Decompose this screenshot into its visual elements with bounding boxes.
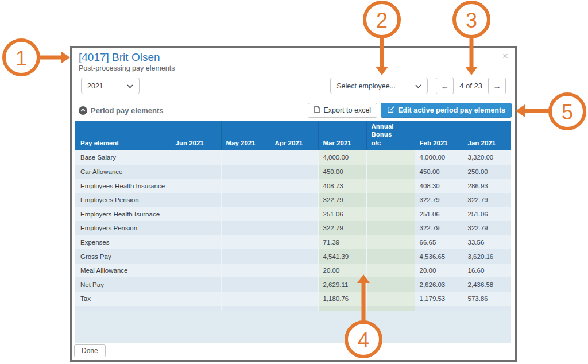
pay-element-value: 16.60: [463, 264, 511, 278]
pay-element-value: [366, 277, 415, 292]
pay-element-value: [171, 207, 221, 222]
table-row: Car Allowance450.00450.00250.00: [75, 165, 511, 179]
done-button[interactable]: Done: [74, 344, 106, 357]
pay-element-label: Employers Health Isurnace: [75, 207, 171, 222]
pay-element-value: [366, 221, 415, 235]
pay-element-value: 573.86: [463, 292, 511, 306]
pay-element-value: 4,000.00: [415, 150, 463, 165]
pay-element-label: Expenses: [75, 235, 171, 250]
column-header: Jan 2021: [463, 121, 511, 150]
pay-element-value: [270, 150, 318, 165]
pay-element-value: 3,320.00: [463, 150, 511, 165]
edit-button-label: Edit active period pay elements: [398, 106, 505, 114]
column-header: May 2021: [221, 121, 270, 150]
pay-element-value: [366, 292, 415, 306]
section-header[interactable]: Period pay elements: [79, 106, 163, 115]
pay-element-value: [270, 292, 318, 306]
pay-element-label: Car Allowance: [75, 165, 171, 179]
pay-element-value: [221, 235, 270, 250]
column-header: Annual Bonus o/c: [366, 121, 415, 150]
pay-element-value: 20.00: [318, 264, 366, 278]
table-header-row: Pay elementJun 2021May 2021Apr 2021Mar 2…: [75, 121, 511, 150]
pay-element-value: 1,180.76: [318, 292, 366, 306]
table-row: Base Salary4,000.004,000.003,320.00: [75, 150, 511, 165]
export-button-label: Export to excel: [323, 106, 371, 114]
pay-element-value: [171, 221, 221, 235]
pay-element-value: [171, 193, 221, 207]
year-select[interactable]: 2021: [81, 78, 140, 94]
pay-element-value: [366, 235, 415, 250]
pay-element-value: [171, 249, 221, 264]
frozen-column-divider: [171, 141, 171, 343]
pay-element-value: [221, 264, 270, 278]
callout-1: 1: [4, 40, 70, 75]
toolbar-right: Select employee... ← 4 of 23 →: [330, 78, 506, 94]
document-icon: [314, 106, 320, 115]
pay-element-label: Gross Pay: [75, 249, 171, 264]
export-to-excel-button[interactable]: Export to excel: [308, 103, 377, 118]
pay-element-label: Meal Alllowance: [75, 264, 171, 278]
table-row: Gross Pay4,541.394,536.653,620.16: [75, 249, 511, 264]
pay-element-value: [221, 277, 270, 292]
chevron-down-icon: [127, 82, 133, 90]
next-employee-button[interactable]: →: [488, 78, 506, 94]
modal-title: [4017] Brit Olsen: [79, 51, 508, 64]
pay-element-value: [171, 179, 221, 193]
edit-pencil-icon: [387, 106, 394, 115]
table-row: Employers Pension322.79322.79322.79: [75, 221, 511, 235]
pay-element-value: 322.79: [415, 221, 463, 235]
table-body: Base Salary4,000.004,000.003,320.00Car A…: [75, 150, 511, 320]
close-icon[interactable]: ×: [502, 52, 508, 61]
pay-element-value: [270, 193, 318, 207]
pay-element-value: 450.00: [318, 165, 366, 179]
pager-position: 4 of 23: [459, 82, 482, 90]
pay-element-value: [270, 179, 318, 193]
pay-element-value: [270, 221, 318, 235]
pay-element-value: 322.79: [463, 221, 511, 235]
modal-footer: Done: [72, 343, 515, 360]
prev-employee-button[interactable]: ←: [436, 78, 454, 94]
pay-element-value: [366, 193, 415, 207]
pay-element-value: [171, 235, 221, 250]
pay-element-value: [171, 264, 221, 278]
pay-element-value: 66.65: [415, 235, 463, 250]
pay-element-value: 286.93: [463, 179, 511, 193]
collapse-chevron-up-icon[interactable]: [79, 106, 87, 115]
pay-element-value: 322.79: [415, 193, 463, 207]
pay-element-value: [221, 249, 270, 264]
employee-select[interactable]: Select employee...: [330, 78, 428, 94]
pay-elements-table: Pay elementJun 2021May 2021Apr 2021Mar 2…: [75, 121, 511, 320]
section-bar: Period pay elements Export to excel Edit…: [72, 100, 515, 121]
pay-element-value: [221, 221, 270, 235]
year-select-value: 2021: [87, 82, 103, 90]
chevron-down-icon: [415, 82, 421, 90]
pay-element-label: Employees Health Insurance: [75, 179, 171, 193]
callout-5: 5: [516, 94, 585, 129]
table-row: Expenses71.3966.6533.56: [75, 235, 511, 250]
pay-elements-modal: [4017] Brit Olsen Post-processing pay el…: [70, 46, 517, 362]
pay-element-value: 322.79: [318, 221, 366, 235]
callout-2-number: 2: [376, 9, 388, 32]
edit-active-period-pay-elements-button[interactable]: Edit active period pay elements: [381, 103, 512, 118]
pay-element-value: 322.79: [463, 193, 511, 207]
pay-element-value: 251.06: [463, 207, 511, 222]
callout-3-number: 3: [466, 9, 477, 32]
pay-element-value: 2,436.58: [463, 277, 511, 292]
table-empty-area: [75, 311, 511, 343]
table-row: Tax1,180.761,179.53573.86: [75, 292, 511, 306]
pay-element-value: 3,620.16: [463, 249, 511, 264]
page: [4017] Brit Olsen Post-processing pay el…: [0, 0, 588, 364]
employee-select-value: Select employee...: [336, 82, 396, 90]
pay-element-value: [221, 165, 270, 179]
pay-element-value: 1,179.53: [415, 292, 463, 306]
pay-element-value: [366, 150, 415, 165]
pay-element-label: Net Pay: [75, 277, 171, 292]
pay-element-value: 4,536.65: [415, 249, 463, 264]
pay-element-value: [221, 193, 270, 207]
pay-element-value: [171, 165, 221, 179]
pay-element-value: [366, 165, 415, 179]
pay-element-value: [221, 207, 270, 222]
pay-element-value: [270, 165, 318, 179]
pay-element-value: [171, 277, 221, 292]
pay-element-value: [171, 292, 221, 306]
